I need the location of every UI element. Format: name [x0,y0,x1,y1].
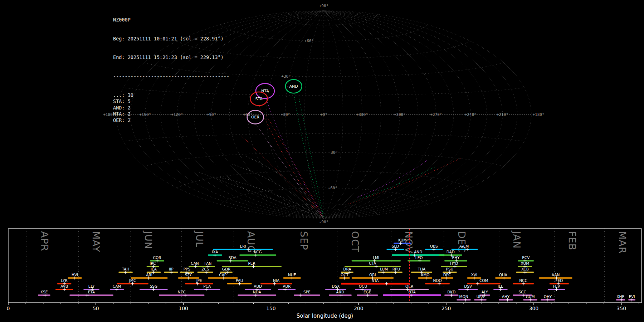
shower-bar [217,260,248,262]
shower-label: DSV [464,284,472,288]
grid-parallel [220,25,428,41]
month-label: MAY [91,231,102,252]
grid-parallel [306,214,342,218]
tick-label: 300 [529,306,539,311]
shower-label: DRA [343,267,351,271]
shower-label: PCA [203,284,211,288]
shower-label: ARI [146,273,152,277]
shower-label: STA [372,278,379,283]
shower-bar [418,277,432,279]
meteor-track [256,124,324,218]
shower-bar [69,294,113,296]
meteor-track [266,114,324,218]
shower-label: CTA [369,261,376,265]
shower-label: XCB [521,267,529,271]
shower-label: URS [477,294,484,299]
shower-label: DSX [332,284,340,288]
activity-timeline: APRMAYJUNJULAUGSEPOCTNOVDECJANFEBMARKUME… [0,225,644,322]
shower-label: AUR [283,284,291,288]
shower-label: PPS [184,267,191,271]
shower-label: LMI [373,255,379,260]
month-label: JUN [143,230,154,249]
shower-label: OCT [341,273,349,277]
shower-label: GUM [526,294,535,299]
shower-label: AVB [60,284,68,288]
shower-label: HVI [72,273,78,277]
shower-bar [159,294,204,296]
month-label: APR [39,231,50,252]
grid-parallel [220,188,428,204]
shower-label: MON [459,294,468,299]
lon-label: +330° [356,112,368,117]
lon-label: +30° [281,112,291,117]
shower-count-line: ...: 30 [113,92,229,99]
shower-count-line: NTA: 2 [113,111,229,117]
lon-label: +240° [465,112,477,117]
shower-label: ELY [88,284,95,288]
shower-label: SDA [229,255,237,260]
shower-label: LUM [380,267,388,271]
x-axis-label: Solar longitude (deg) [297,313,353,319]
grid-parallel [288,209,360,217]
pole-label: +90° [319,4,329,8]
shower-label: OCU [359,284,367,288]
shower-label: AMO [421,273,430,277]
shower-label: SPE [303,290,311,294]
month-label: MAR [617,231,628,254]
shower-label: DKD [447,290,455,294]
shower-label: ILE [498,284,503,288]
shower-label: TAH [122,267,130,271]
shower-count-line: STA: 5 [113,98,229,105]
shower-label: IEA [151,267,157,271]
shower-label: LYR [61,278,68,283]
shower-label: NZC [178,290,186,294]
shower-label: XUM [521,261,529,265]
sky-map: +180°+150°+120°+90°+60°+30°+0°+330°+300°… [0,0,644,225]
shower-label: NCC [519,278,527,283]
shower-label: ORI [369,273,376,277]
shower-label: ZCS [201,267,209,271]
shower-label: EHY [452,255,460,260]
meteor-track [357,160,428,197]
shower-label: EGE [364,290,371,294]
month-label: SEP [298,231,309,250]
shower-label: RPU [392,267,400,271]
lat-label: +60° [304,39,314,43]
shower-bar [467,283,501,284]
shower-label: NUE [288,273,296,277]
shower-label: DPC [443,273,451,277]
station-id: NZ000P [113,17,229,23]
tick-label: 350 [616,306,626,311]
tick-label: 0 [7,306,10,311]
shower-label: THA [418,267,426,271]
radiant-report-screen: +180°+150°+120°+90°+60°+30°+0°+330°+300°… [0,0,644,322]
shower-label: SLD [392,244,399,248]
radiant-label: OER [251,115,260,119]
timeline-frame [8,229,641,303]
tick-label: 250 [441,306,451,311]
shower-label: NDA [253,290,262,294]
month-label: NOV [403,231,414,253]
shower-label: PAU [236,278,243,283]
shower-label: KSE [40,290,48,294]
shower-label: GDR [222,267,231,271]
meteor-track [241,135,324,218]
divider-line: ---------------------------------------- [113,73,229,80]
shower-label: CAP [219,273,226,277]
shower-label: OBS [430,244,438,248]
lon-label: +0° [320,112,327,117]
month-label: FEB [567,231,578,250]
shower-label: PSU [446,267,454,271]
month-label: JUL [194,230,205,248]
lon-label: +300° [394,112,406,117]
begin-time: Beg: 20251111 10:01:21 (sol = 228.91°) [113,36,229,42]
shower-label: SCC [518,290,526,294]
shower-bar [278,289,296,290]
meteor-track [266,98,324,218]
shower-count-line: AND: 2 [113,105,229,111]
radiant-label: AND [289,84,298,89]
shower-label: NOO [433,278,441,283]
meteor-track [245,156,324,218]
shower-label: ETA [88,290,95,294]
radiant-label: STA [255,97,263,101]
